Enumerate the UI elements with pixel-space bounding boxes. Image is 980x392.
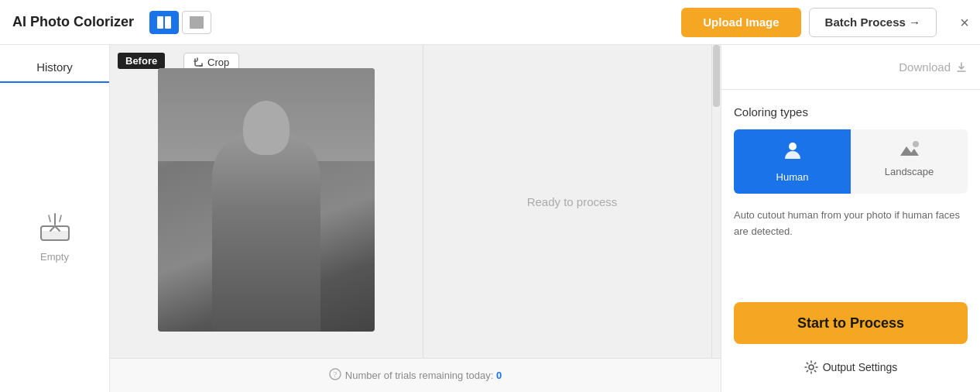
settings-icon (804, 360, 818, 374)
canvas-area: Before Crop (110, 45, 721, 392)
svg-rect-4 (41, 231, 69, 240)
svg-line-6 (49, 215, 50, 222)
svg-point-10 (789, 143, 797, 150)
trials-text: Number of trials remaining today: (345, 370, 493, 381)
single-view-button[interactable] (182, 11, 211, 34)
inbox-icon (38, 212, 72, 245)
canvas-bottom: ? Number of trials remaining today: 0 (110, 358, 721, 392)
right-header: Download (721, 45, 980, 90)
coloring-types-grid: Human Landscape (734, 129, 968, 194)
coloring-types-label: Coloring types (734, 105, 968, 119)
svg-line-7 (60, 215, 61, 222)
landscape-type-button[interactable]: Landscape (851, 129, 968, 194)
main-layout: History Empty Before (0, 45, 980, 392)
trials-count: 0 (496, 370, 502, 381)
human-type-button[interactable]: Human (734, 129, 851, 194)
before-panel: Before Crop (110, 45, 423, 358)
landscape-label: Landscape (885, 166, 934, 177)
landscape-icon (899, 140, 920, 161)
coloring-description: Auto cutout human from your photo if hum… (734, 208, 968, 240)
after-panel: Ready to process (423, 45, 721, 358)
right-panel: Download Coloring types Human (721, 45, 980, 392)
sidebar: History Empty (0, 45, 110, 392)
svg-rect-2 (190, 16, 204, 29)
right-content: Coloring types Human (721, 90, 980, 293)
svg-point-11 (913, 141, 919, 147)
human-label: Human (776, 171, 809, 183)
sidebar-empty-area: Empty (38, 83, 72, 392)
batch-process-button[interactable]: Batch Process → (809, 8, 937, 37)
split-view-button[interactable] (149, 11, 179, 34)
app-header: AI Photo Colorizer Upload Image Batch Pr… (0, 0, 980, 45)
output-settings-label: Output Settings (823, 361, 898, 373)
app-title: AI Photo Colorizer (12, 14, 134, 30)
header-actions: Upload Image Batch Process → (681, 8, 937, 37)
view-toggle (149, 11, 211, 34)
human-icon (782, 140, 804, 167)
output-settings-button[interactable]: Output Settings (734, 352, 968, 383)
upload-image-button[interactable]: Upload Image (681, 8, 800, 37)
start-process-button[interactable]: Start to Process (734, 302, 968, 344)
before-image (158, 68, 375, 332)
sidebar-empty-label: Empty (40, 251, 69, 263)
svg-text:?: ? (334, 370, 338, 379)
scrollbar-thumb[interactable] (713, 45, 720, 107)
svg-rect-1 (165, 16, 171, 29)
before-label: Before (118, 53, 165, 69)
ready-text: Ready to process (527, 195, 618, 208)
right-footer: Start to Process Output Settings (721, 293, 980, 392)
download-button[interactable]: Download (899, 60, 968, 74)
trials-question-icon: ? (329, 368, 341, 383)
sidebar-item-history[interactable]: History (0, 53, 109, 83)
scrollbar-track[interactable] (711, 45, 721, 358)
canvas-top: Before Crop (110, 45, 721, 358)
svg-rect-0 (157, 16, 163, 29)
download-icon (955, 61, 968, 74)
close-button[interactable]: × (960, 13, 969, 31)
crop-icon (194, 57, 204, 67)
svg-point-12 (809, 365, 814, 370)
